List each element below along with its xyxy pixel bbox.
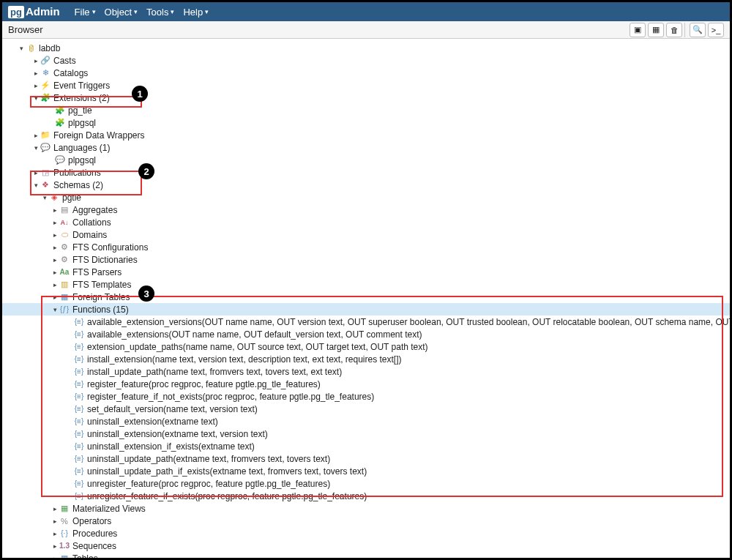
function-item[interactable]: {≡}install_extension(name text, version … [2, 353, 730, 365]
function-icon: {≡} [74, 466, 84, 477]
function-item[interactable]: {≡}available_extensions(OUT name name, O… [2, 328, 730, 340]
fts-dict-icon: ⚙ [59, 255, 70, 265]
fts-templates-icon: ▥ [59, 280, 70, 290]
language-icon: 💬 [55, 155, 65, 165]
languages-icon: 💬 [40, 143, 51, 153]
tool-grid[interactable]: ▦ [648, 23, 664, 37]
node-fts-parsers[interactable]: ▸AaFTS Parsers [2, 266, 730, 278]
browser-title: Browser [8, 24, 627, 35]
chevron-down-icon: ▾ [92, 8, 96, 15]
node-collations[interactable]: ▸A↓Collations [2, 216, 730, 228]
menu-help[interactable]: Help▾ [183, 7, 209, 18]
chevron-right-icon: ▸ [51, 231, 59, 239]
node-event-triggers[interactable]: ▸⚡Event Triggers [2, 79, 730, 92]
chevron-right-icon: ▸ [51, 294, 59, 301]
node-mat-views[interactable]: ▸▦Materialized Views [2, 502, 730, 515]
functions-icon: {ƒ} [59, 305, 70, 315]
extension-icon: 🧩 [55, 105, 65, 116]
function-icon: {≡} [74, 417, 84, 427]
node-tables[interactable]: ▸▦Tables [2, 552, 730, 560]
node-extensions[interactable]: ▾🧩Extensions (2) [2, 92, 730, 104]
operators-icon: % [59, 516, 70, 526]
function-icon: {≡} [74, 392, 84, 402]
function-item[interactable]: {≡}uninstall_update_path_if_exists(extna… [2, 465, 730, 477]
node-fts-templates[interactable]: ▸▥FTS Templates [2, 278, 730, 291]
chevron-right-icon: ▸ [51, 244, 59, 251]
chevron-down-icon: ▾ [134, 8, 138, 15]
node-fts-dict[interactable]: ▸⚙FTS Dictionaries [2, 253, 730, 266]
node-aggregates[interactable]: ▸▤Aggregates [2, 204, 730, 216]
node-functions[interactable]: ▾{ƒ}Functions (15) [2, 303, 730, 316]
node-plpgsql-ext[interactable]: 🧩plpgsql [2, 116, 730, 129]
node-domains[interactable]: ▸⬭Domains [2, 228, 730, 241]
chevron-right-icon: ▸ [51, 518, 59, 525]
annotation-badge-2: 2 [138, 163, 154, 179]
function-item[interactable]: {≡}install_update_path(name text, fromve… [2, 365, 730, 378]
fts-conf-icon: ⚙ [59, 242, 70, 253]
node-sequences[interactable]: ▸1.3Sequences [2, 540, 730, 552]
function-item[interactable]: {≡}unregister_feature_if_exists(proc reg… [2, 490, 730, 502]
menu-object[interactable]: Object▾ [105, 7, 138, 18]
node-operators[interactable]: ▸%Operators [2, 515, 730, 527]
procedures-icon: {·} [59, 529, 70, 539]
node-languages[interactable]: ▾💬Languages (1) [2, 141, 730, 154]
tool-delete[interactable]: 🗑 [666, 23, 682, 37]
node-foreign-tables[interactable]: ▸▦Foreign Tables [2, 291, 730, 303]
menu-tools[interactable]: Tools▾ [146, 7, 174, 18]
chevron-right-icon: ▸ [51, 219, 59, 226]
function-icon: {≡} [74, 454, 84, 464]
node-plpgsql-lang[interactable]: 💬plpgsql [2, 154, 730, 166]
node-pgtle-schema[interactable]: ▾◈pgtle [2, 191, 730, 204]
prompt-icon: >_ [712, 26, 721, 34]
extension-icon: 🧩 [55, 118, 65, 128]
browser-toolbar: Browser ▣ ▦ 🗑 🔍 >_ [2, 21, 730, 39]
function-item[interactable]: {≡}uninstall_extension(extname text, ver… [2, 428, 730, 440]
aggregates-icon: ▤ [59, 205, 70, 215]
function-item[interactable]: {≡}extension_update_paths(name name, OUT… [2, 340, 730, 353]
node-fts-conf[interactable]: ▸⚙FTS Configurations [2, 241, 730, 253]
node-procedures[interactable]: ▸{·}Procedures [2, 527, 730, 540]
logo: pg Admin [8, 5, 60, 18]
chevron-down-icon: ▾ [17, 45, 26, 52]
tool-search[interactable]: 🔍 [690, 23, 706, 37]
function-item[interactable]: {≡}unregister_feature(proc regproc, feat… [2, 477, 730, 490]
collations-icon: A↓ [59, 217, 70, 228]
sequences-icon: 1.3 [59, 541, 70, 551]
chevron-right-icon: ▸ [51, 555, 59, 561]
tool-psql[interactable]: >_ [708, 23, 724, 37]
node-database[interactable]: ▾🛢labdb [2, 42, 730, 54]
schema-icon: ◈ [49, 193, 59, 203]
mat-views-icon: ▦ [59, 504, 70, 514]
function-item[interactable]: {≡}available_extension_versions(OUT name… [2, 316, 730, 328]
function-item[interactable]: {≡}register_feature_if_not_exists(proc r… [2, 390, 730, 403]
chevron-down-icon: ▾ [31, 144, 40, 152]
chevron-right-icon: ▸ [51, 206, 59, 214]
function-icon: {≡} [74, 404, 84, 414]
node-casts[interactable]: ▸🔗Casts [2, 54, 730, 67]
top-menubar: pg Admin File▾ Object▾ Tools▾ Help▾ [2, 2, 730, 21]
event-triggers-icon: ⚡ [40, 81, 51, 91]
function-icon: {≡} [74, 441, 84, 452]
node-fdw[interactable]: ▸📁Foreign Data Wrappers [2, 129, 730, 141]
menu-file[interactable]: File▾ [75, 7, 96, 18]
function-item[interactable]: {≡}uninstall_extension(extname text) [2, 415, 730, 428]
function-item[interactable]: {≡}register_feature(proc regproc, featur… [2, 378, 730, 390]
chevron-right-icon: ▸ [31, 57, 40, 64]
function-item[interactable]: {≡}uninstall_extension_if_exists(extname… [2, 440, 730, 452]
catalogs-icon: ❄ [40, 68, 51, 78]
node-catalogs[interactable]: ▸❄Catalogs [2, 67, 730, 79]
chevron-right-icon: ▸ [31, 82, 40, 89]
function-item[interactable]: {≡}set_default_version(name text, versio… [2, 403, 730, 415]
node-pg-tle[interactable]: 🧩pg_tle [2, 104, 730, 116]
function-icon: {≡} [74, 317, 84, 327]
chevron-down-icon: ▾ [31, 94, 40, 102]
node-publications[interactable]: ▸◲Publications [2, 166, 730, 179]
tool-properties[interactable]: ▣ [630, 23, 646, 37]
annotation-badge-3: 3 [138, 285, 154, 302]
search-icon: 🔍 [692, 25, 703, 34]
foreign-tables-icon: ▦ [59, 292, 70, 302]
node-schemas[interactable]: ▾❖Schemas (2) [2, 179, 730, 191]
function-item[interactable]: {≡}uninstall_update_path(extname text, f… [2, 452, 730, 465]
function-icon: {≡} [74, 429, 84, 439]
logo-pg: pg [8, 6, 24, 18]
